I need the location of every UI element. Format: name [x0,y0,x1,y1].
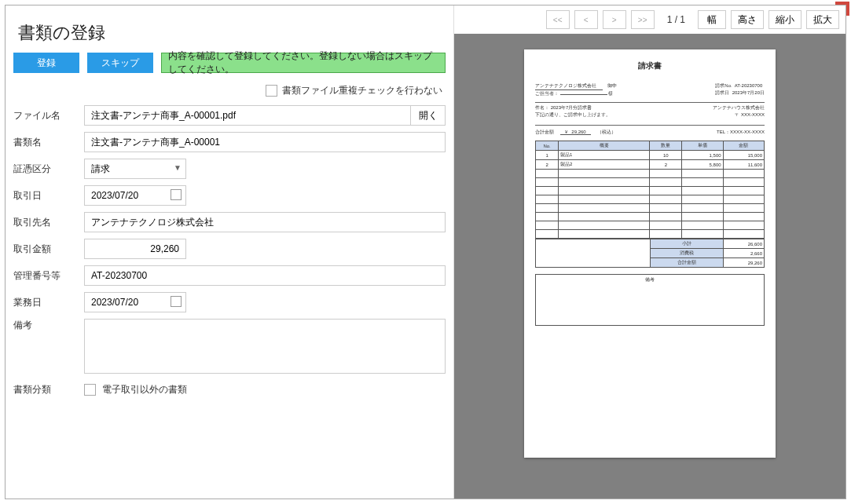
evidence-type-value [84,159,186,179]
doc-subject-label: 件名： [535,105,549,110]
doc-note: 下記の通り、ご請求申し上げます。 [535,112,611,117]
open-file-button[interactable]: 開く [411,105,446,126]
col-no: No. [536,141,559,151]
preview-area[interactable]: 請求書 アンテナテクノロジ株式会社 御中 ご担当者： 様 請求No. AT-20… [454,34,845,499]
doc-total-yen: ¥ [565,130,567,134]
doc-total-suffix: （税込） [597,129,616,136]
doc-client-name: アンテナテクノロジ株式会社 [535,82,603,90]
dup-check-label: 書類ファイル重複チェックを行わない [282,84,442,97]
doc-remarks-header: 備考 [645,277,655,282]
remarks-label: 備考 [13,319,84,332]
filename-input[interactable] [84,105,411,126]
subtotal-label: 小計 [650,239,723,249]
filename-label: ファイル名 [13,109,84,122]
remarks-textarea[interactable] [84,319,446,374]
doc-items-table: No. 概要 数量 単価 金額 1製品1101,50015,0002製品225,… [535,141,765,239]
table-row [536,170,765,178]
doc-company-postal: 〒 XXX-XXXX [735,112,765,117]
page-title: 書類の登録 [13,16,446,53]
col-desc: 概要 [559,141,650,151]
doc-subject: 2023年7月分請求書 [551,105,592,110]
doc-remarks-box: 備考 [535,274,765,326]
doc-contact-label: ご担当者： [535,91,559,96]
amount-label: 取引金額 [13,243,84,256]
doc-tel: XXXX-XX-XXXX [730,130,765,134]
status-message: 内容を確認して登録してください。登録しない場合はスキップしてください。 [161,53,446,73]
page-indicator: 1 / 1 [667,14,685,25]
left-panel: 書類の登録 登録 スキップ 内容を確認して登録してください。登録しない場合はスキ… [6,5,453,499]
doc-seikyu-date-label: 請求日 [715,90,729,95]
zoom-out-button[interactable]: 縮小 [768,10,801,29]
table-row [536,195,765,204]
doc-seikyu-no-label: 請求No. [715,83,732,88]
manage-no-label: 管理番号等 [13,269,84,283]
partner-label: 取引先名 [13,216,84,229]
zoom-in-button[interactable]: 拡大 [806,10,839,29]
fit-height-button[interactable]: 高さ [731,10,764,29]
calendar-icon [171,189,182,200]
table-row [536,213,765,221]
evidence-type-select[interactable]: ▼ [84,159,186,179]
calendar-icon [171,296,182,307]
doc-totals-table: 小計26,600 消費税2,660 合計金額29,260 [535,239,765,268]
tax-label: 消費税 [650,249,723,258]
grand-label: 合計金額 [650,258,723,268]
docname-label: 書類名 [13,136,84,149]
subtotal-val: 26,600 [723,239,764,249]
preview-toolbar: << < > >> 1 / 1 幅 高さ 縮小 拡大 [454,5,845,34]
right-panel: << < > >> 1 / 1 幅 高さ 縮小 拡大 請求書 アンテナテクノロジ… [453,5,845,499]
doc-client-suffix: 御中 [607,83,617,88]
trade-date-picker[interactable] [84,185,186,206]
col-qty: 数量 [650,141,682,151]
col-amount: 金額 [723,141,764,151]
doc-class-check-label: 電子取引以外の書類 [102,383,187,396]
skip-button[interactable]: スキップ [87,53,153,73]
table-row [536,221,765,230]
table-row [536,204,765,213]
doc-title: 請求書 [535,60,765,71]
doc-class-label: 書類分類 [13,383,84,396]
doc-contact-suffix: 様 [608,91,613,96]
manage-no-input[interactable] [84,265,446,286]
doc-seikyu-date: 2023年7月20日 [732,90,765,95]
fit-width-button[interactable]: 幅 [698,10,726,29]
last-page-button[interactable]: >> [631,10,655,29]
amount-input[interactable] [84,239,186,259]
grand-val: 29,260 [723,258,764,268]
partner-input[interactable] [84,212,446,232]
dup-check-checkbox[interactable] [266,85,277,97]
table-row [536,230,765,239]
table-row: 1製品1101,50015,000 [536,151,765,160]
table-row [536,178,765,187]
table-row: 2製品225,80011,600 [536,160,765,170]
doc-tel-label: TEL： [717,130,730,134]
preview-document: 請求書 アンテナテクノロジ株式会社 御中 ご担当者： 様 請求No. AT-20… [524,49,776,458]
prev-page-button[interactable]: < [574,10,598,29]
main-frame: 書類の登録 登録 スキップ 内容を確認して登録してください。登録しない場合はスキ… [5,5,846,499]
doc-company: アンテナハウス株式会社 [713,105,765,110]
doc-class-checkbox[interactable] [84,384,96,396]
col-unit: 単価 [682,141,723,151]
trade-date-label: 取引日 [13,189,84,203]
evidence-type-label: 証憑区分 [13,163,84,176]
tax-val: 2,660 [723,249,764,258]
doc-seikyu-no: AT-20230700 [735,83,763,88]
work-date-picker[interactable] [84,292,186,312]
next-page-button[interactable]: > [603,10,626,29]
table-row [536,187,765,195]
work-date-label: 業務日 [13,296,84,309]
docname-input[interactable] [84,132,446,152]
doc-total-label: 合計金額 [535,129,554,136]
doc-total: 29,260 [571,130,585,134]
register-button[interactable]: 登録 [13,53,79,73]
first-page-button[interactable]: << [546,10,570,29]
